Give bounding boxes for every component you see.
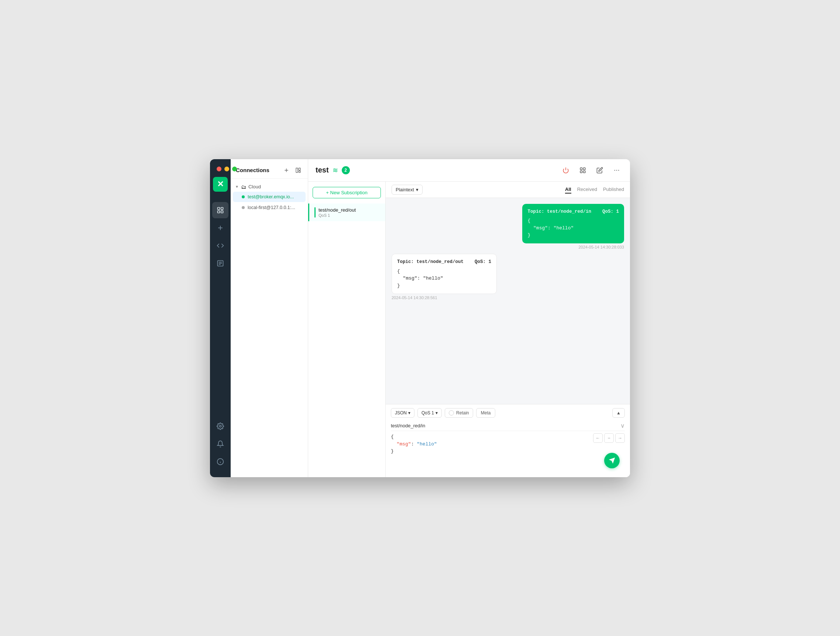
filter-tabs: All Received Published <box>565 186 624 193</box>
subscriptions-panel: + New Subscription test/node_red/out QoS… <box>308 182 386 477</box>
connection-status-dot <box>242 195 245 198</box>
code-icon <box>216 242 224 249</box>
nav-buttons: ← − → <box>593 433 625 443</box>
format-label: Plaintext <box>396 187 414 192</box>
qos-label: QoS 1 <box>422 410 434 416</box>
left-nav: ✕ <box>210 159 231 477</box>
collapse-icon[interactable]: ∨ <box>621 422 625 429</box>
logo-button[interactable]: ✕ <box>213 177 228 192</box>
sidebar-item-logs[interactable] <box>212 255 229 272</box>
payload-format-select[interactable]: JSON ▾ <box>391 408 414 418</box>
messages-panel: Plaintext ▾ All Received Published <box>386 182 630 477</box>
payload-key: "msg" <box>397 441 411 447</box>
svg-point-25 <box>616 169 617 170</box>
nav-prev-button[interactable]: ← <box>593 433 603 443</box>
sidebar-item-connections[interactable] <box>212 202 229 218</box>
chevron-down-icon: ▾ <box>436 410 438 416</box>
publisher-wrapper: { "msg": "hello" } ← − → <box>391 433 625 473</box>
message-topic: Topic: test/node_red/in <box>527 209 591 214</box>
message-topic: Topic: test/node_red/out <box>397 259 464 264</box>
more-options-button[interactable] <box>611 165 623 176</box>
svg-rect-2 <box>218 210 220 213</box>
connections-panel: Connections <box>231 159 308 477</box>
svg-rect-20 <box>580 168 582 169</box>
info-icon <box>216 458 224 465</box>
qos-select[interactable]: QoS 1 ▾ <box>417 408 442 418</box>
sidebar-item-code[interactable] <box>212 237 229 254</box>
sidebar-item-notifications[interactable] <box>212 436 229 452</box>
layout-button[interactable] <box>294 166 303 175</box>
nav-bottom <box>212 418 229 477</box>
plus-icon <box>283 167 289 173</box>
gear-icon <box>216 422 224 430</box>
connections-icon <box>216 206 224 214</box>
topic-row: ∨ <box>391 421 625 431</box>
messages-toolbar: Plaintext ▾ All Received Published <box>386 182 630 198</box>
edit-icon <box>597 167 603 174</box>
subscription-item[interactable]: test/node_red/out QoS 1 <box>308 204 385 221</box>
payload-text[interactable]: { "msg": "hello" } <box>391 433 625 455</box>
svg-rect-1 <box>221 207 223 209</box>
logo-icon: ✕ <box>217 179 224 189</box>
sidebar-item-add[interactable] <box>212 220 229 236</box>
filter-tab-received[interactable]: Received <box>577 186 597 193</box>
retain-circle-icon <box>449 410 454 416</box>
chevron-down-icon: ▾ <box>408 410 411 416</box>
group-arrow-icon: ▼ <box>235 185 239 189</box>
connection-item-local[interactable]: local-first@127.0.0.1:... <box>233 203 306 213</box>
message-bubble-received: Topic: test/node_red/out QoS: 1 { "msg":… <box>392 254 497 294</box>
minimize-button[interactable] <box>224 166 229 171</box>
svg-rect-21 <box>584 168 585 169</box>
fullscreen-button[interactable] <box>232 166 237 171</box>
subscription-info: test/node_red/out QoS 1 <box>319 207 380 218</box>
format-select[interactable]: Plaintext ▾ <box>392 185 423 195</box>
power-icon <box>562 167 569 174</box>
add-connection-button[interactable] <box>282 166 291 175</box>
topbar-left: test ≋ 2 <box>316 166 350 174</box>
payload-area: { "msg": "hello" } ← − → <box>391 433 625 455</box>
svg-rect-18 <box>298 171 300 172</box>
new-subscription-button[interactable]: + New Subscription <box>313 187 381 198</box>
sidebar-item-info[interactable] <box>212 454 229 470</box>
svg-point-26 <box>618 169 619 170</box>
nav-next-button[interactable]: → <box>615 433 625 443</box>
edit-button[interactable] <box>594 165 606 176</box>
svg-rect-17 <box>298 168 300 170</box>
svg-point-24 <box>614 169 615 170</box>
topic-input[interactable] <box>391 423 621 429</box>
connection-name: local-first@127.0.0.1:... <box>248 205 295 210</box>
filter-tab-all[interactable]: All <box>565 186 571 193</box>
subscription-badge: 2 <box>342 166 350 174</box>
message-body: { "msg": "hello" } <box>397 268 491 290</box>
content-panels: + New Subscription test/node_red/out QoS… <box>308 182 630 477</box>
connections-header: Connections <box>231 159 308 179</box>
meta-button[interactable]: Meta <box>476 408 496 418</box>
new-window-button[interactable] <box>577 165 589 176</box>
close-button[interactable] <box>216 166 221 171</box>
svg-rect-23 <box>584 171 585 172</box>
message-received: Topic: test/node_red/out QoS: 1 { "msg":… <box>392 254 624 300</box>
connection-item-test[interactable]: test@broker.emqx.io... <box>233 192 306 202</box>
logs-icon <box>216 259 224 267</box>
expand-button[interactable]: ▲ <box>612 408 625 418</box>
window-icon <box>579 167 586 174</box>
svg-rect-22 <box>580 171 582 172</box>
retain-button[interactable]: Retain <box>445 408 473 418</box>
app-body: ✕ <box>210 159 630 477</box>
disconnect-button[interactable] <box>560 165 572 176</box>
payload-value: "hello" <box>417 441 437 447</box>
send-button[interactable] <box>604 453 620 468</box>
sidebar-item-settings[interactable] <box>212 418 229 434</box>
group-cloud[interactable]: ▼ 🗂 Cloud <box>231 182 308 191</box>
nav-clear-button[interactable]: − <box>604 433 614 443</box>
message-timestamp: 2024-05-14 14:30:28:033 <box>578 245 624 249</box>
filter-tab-published[interactable]: Published <box>603 186 624 193</box>
message-qos: QoS: 1 <box>602 209 619 214</box>
payload-format-label: JSON <box>395 410 407 416</box>
svg-rect-0 <box>218 207 220 209</box>
bell-icon <box>216 440 224 448</box>
main-topbar: test ≋ 2 <box>308 159 630 182</box>
connections-list: ▼ 🗂 Cloud test@broker.emqx.io... local-f… <box>231 179 308 477</box>
active-connection-name: test <box>316 166 329 174</box>
traffic-lights <box>216 166 237 171</box>
